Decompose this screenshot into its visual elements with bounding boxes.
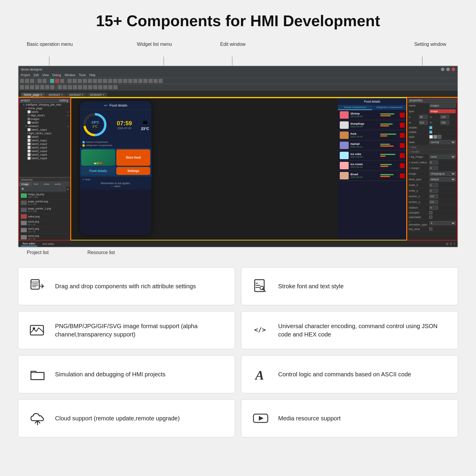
- tree-item-label3-copy4[interactable]: ⬜ label3_copy4: [19, 149, 70, 153]
- tb-icon14[interactable]: [118, 79, 122, 83]
- res-tab-video[interactable]: video: [41, 182, 53, 186]
- prop-keytone-checkbox[interactable]: [429, 228, 432, 231]
- bottom-icon-1[interactable]: ⊞: [446, 242, 448, 245]
- menu-project[interactable]: Project: [21, 73, 30, 77]
- tb-redo-icon[interactable]: [43, 79, 47, 83]
- tb2-icon7[interactable]: [50, 85, 54, 89]
- tb-icon17[interactable]: [133, 79, 137, 83]
- tree-item-clock-copy[interactable]: r light_clock1_copy1: [19, 131, 70, 135]
- prop-drawtype-select[interactable]: default: [429, 177, 456, 181]
- menu-window[interactable]: Window: [65, 73, 75, 77]
- tree-item-label3-copy1[interactable]: ⬜ label3_copy1: [19, 139, 70, 142]
- tb2-icon5[interactable]: [40, 85, 44, 89]
- tb2-icon18[interactable]: [108, 85, 112, 89]
- tb-icon19[interactable]: [143, 79, 148, 83]
- resource-search-input[interactable]: [20, 187, 66, 191]
- prop-scalex-value[interactable]: 1: [429, 183, 438, 187]
- color-swatch-3[interactable]: [438, 135, 441, 139]
- tb-icon11[interactable]: [103, 79, 107, 83]
- prop-anchory-value[interactable]: 0.5: [429, 200, 438, 204]
- prop-visible-checkbox[interactable]: [429, 131, 432, 134]
- tb-icon15[interactable]: [123, 79, 127, 83]
- tb-icon8[interactable]: [88, 79, 92, 83]
- menu-debug[interactable]: Debug: [52, 73, 61, 77]
- prop-bgimage-select[interactable]: none: [429, 155, 456, 159]
- color-swatch-2[interactable]: [433, 135, 437, 139]
- prop-y-value[interactable]: 120: [440, 115, 449, 119]
- maximize-btn[interactable]: [446, 68, 450, 71]
- tree-item-image1[interactable]: 🖼 image1: [19, 117, 70, 121]
- nav-details-btn[interactable]: Food details: [81, 167, 115, 175]
- tree-item-label3-copy2[interactable]: ⬜ label3_copy2: [19, 142, 70, 146]
- tb-new-icon[interactable]: [20, 79, 24, 83]
- tb-icon7[interactable]: [83, 79, 87, 83]
- tab-home-page[interactable]: home_page ×: [21, 93, 45, 97]
- tb-icon13[interactable]: [113, 79, 117, 83]
- tb-icon5[interactable]: [73, 79, 77, 83]
- tree-item-root[interactable]: ▼ intelligent_charging_pile_new: [19, 103, 70, 107]
- minimize-btn[interactable]: [441, 68, 444, 71]
- tb2-icon8[interactable]: [58, 85, 62, 89]
- menu-help[interactable]: Help: [89, 73, 95, 77]
- tb-icon12[interactable]: [108, 79, 112, 83]
- res-tab-image[interactable]: image: [19, 182, 32, 186]
- tb-icon22[interactable]: [159, 79, 163, 83]
- close-btn[interactable]: [452, 68, 455, 71]
- prop-margin-value[interactable]: 0: [429, 166, 438, 170]
- dumplings-delete-btn[interactable]: [400, 123, 405, 128]
- prop-anchorx-value[interactable]: 0.5: [429, 194, 438, 198]
- tb-debug-icon[interactable]: [60, 79, 64, 83]
- tab-window2[interactable]: window2 ×: [66, 93, 87, 97]
- tb2-icon9[interactable]: [63, 85, 67, 89]
- prop-w-value[interactable]: 411: [419, 120, 428, 125]
- tb2-icon10[interactable]: [68, 85, 72, 89]
- food-tab-fridge[interactable]: refrigerator compartment: [372, 105, 406, 110]
- prop-h-value[interactable]: 289: [440, 120, 449, 125]
- prop-animation-select[interactable]: 4: [429, 221, 456, 225]
- tb-icon18[interactable]: [138, 79, 143, 83]
- tb-icon10[interactable]: [98, 79, 102, 83]
- tb-icon20[interactable]: [148, 79, 153, 83]
- color-swatch-1[interactable]: [429, 135, 433, 139]
- icecube-delete-btn[interactable]: [400, 153, 405, 158]
- tb-open-icon[interactable]: [25, 79, 29, 83]
- res-tab-font[interactable]: font: [32, 182, 41, 186]
- resource-add-btn[interactable]: +: [67, 187, 69, 191]
- tab-window1[interactable]: window1 ×: [46, 93, 66, 97]
- tb-icon16[interactable]: [128, 79, 132, 83]
- prop-selectable-checkbox[interactable]: [429, 216, 432, 219]
- tb-undo-icon[interactable]: [37, 79, 42, 83]
- tb-stop-icon[interactable]: [55, 79, 59, 83]
- hairtail-delete-btn[interactable]: [400, 143, 405, 148]
- tree-item-homepage[interactable]: ▼ home_page: [19, 107, 70, 110]
- tb2-icon11[interactable]: [73, 85, 77, 89]
- tb2-icon14[interactable]: [88, 85, 92, 89]
- tb2-icon6[interactable]: [45, 85, 49, 89]
- tb-icon4[interactable]: [68, 79, 72, 83]
- food-tab-freezer[interactable]: freezer compartment: [338, 105, 372, 110]
- tree-item-label3-copy3[interactable]: ⬜ label3_copy3: [19, 146, 70, 149]
- bottom-icon-3[interactable]: 1: [453, 242, 455, 245]
- tree-item-label1[interactable]: ⬜ label1 ∧: [19, 110, 70, 114]
- tb2-icon1[interactable]: [20, 85, 24, 89]
- res-tab-audio[interactable]: audio: [52, 182, 64, 186]
- tree-item-label3-copy5[interactable]: ⬜ label3_copy5: [19, 153, 70, 156]
- tb2-icon13[interactable]: [83, 85, 87, 89]
- tree-item-window1[interactable]: ▼ window1 ∧: [19, 124, 70, 128]
- prop-clickable-checkbox[interactable]: [429, 211, 432, 214]
- nav-settings-btn[interactable]: Settings: [116, 167, 150, 175]
- prop-name-value[interactable]: image1: [429, 104, 456, 108]
- nav-food-image[interactable]: 🥗🥦🍅: [81, 149, 115, 166]
- prop-radius-value[interactable]: 0: [429, 160, 438, 165]
- tree-item-digit-clock1[interactable]: ⏱ digit_clock1 ∧: [19, 114, 70, 117]
- tree-item-label3-copy6[interactable]: ⬜ label3_copy6: [19, 156, 70, 160]
- tb-icon6[interactable]: [78, 79, 82, 83]
- tb-icon21[interactable]: [154, 79, 158, 83]
- prop-x-value[interactable]: 36: [419, 115, 428, 119]
- nav-store-btn[interactable]: Store food: [116, 149, 150, 166]
- menu-view[interactable]: View: [42, 73, 49, 77]
- prop-scaley-value[interactable]: 1: [429, 189, 438, 193]
- tb-save-icon[interactable]: [30, 79, 34, 83]
- menu-tools[interactable]: Tools: [79, 73, 86, 77]
- tb2-icon12[interactable]: [78, 85, 82, 89]
